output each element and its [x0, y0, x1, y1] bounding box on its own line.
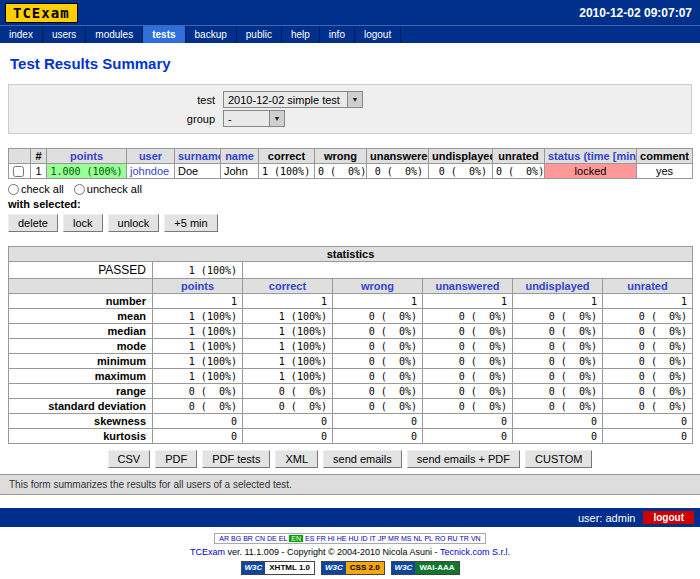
- column-header-points[interactable]: points: [47, 149, 127, 164]
- stat-row: median 1 (100%) 1 (100%) 0 ( 0%) 0 ( 0%)…: [9, 324, 693, 339]
- export-actions: CSV PDF PDF tests XML send emails send e…: [8, 450, 692, 468]
- language-link[interactable]: IT: [370, 535, 376, 542]
- add-5-min-button[interactable]: +5 min: [164, 214, 217, 232]
- group-select[interactable]: - ▼: [223, 110, 285, 127]
- result-user-link[interactable]: johndoe: [127, 164, 175, 179]
- uncheck-all-label: uncheck all: [87, 183, 142, 195]
- nav-item-help[interactable]: help: [282, 26, 320, 43]
- stat-row-label: mean: [9, 309, 153, 324]
- nav-item-tests[interactable]: tests: [143, 26, 185, 43]
- uncheck-all-radio[interactable]: [74, 184, 85, 195]
- check-all-option[interactable]: check all: [8, 183, 64, 195]
- stat-value-cell: 1: [603, 294, 693, 309]
- result-wrong-cell: 0 ( 0%): [315, 164, 367, 179]
- delete-button[interactable]: delete: [8, 214, 58, 232]
- language-link[interactable]: RO: [435, 535, 446, 542]
- stat-value-cell: 0 ( 0%): [513, 354, 603, 369]
- language-link[interactable]: AR: [219, 535, 229, 542]
- stat-value-cell: 0 ( 0%): [333, 399, 423, 414]
- lock-button[interactable]: lock: [63, 214, 103, 232]
- language-link[interactable]: ES: [305, 535, 314, 542]
- nav-item-users[interactable]: users: [43, 26, 86, 43]
- language-link[interactable]: MR: [388, 535, 399, 542]
- language-link[interactable]: BR: [243, 535, 253, 542]
- language-link[interactable]: HE: [337, 535, 347, 542]
- passed-empty-cell: [243, 262, 693, 279]
- language-link[interactable]: EL: [279, 535, 288, 542]
- w3c-wai-badge[interactable]: W3CWAI-AAA: [391, 561, 460, 575]
- language-link[interactable]: PL: [424, 535, 433, 542]
- language-link[interactable]: VN: [471, 535, 481, 542]
- pdf-button[interactable]: PDF: [155, 450, 197, 468]
- check-all-label: check all: [21, 183, 64, 195]
- select-column-header: [9, 149, 31, 164]
- badge-label: WAI-AAA: [415, 562, 458, 574]
- tecnick-link[interactable]: Tecnick.com S.r.l.: [440, 547, 510, 557]
- nav-item-index[interactable]: index: [0, 26, 43, 43]
- csv-button[interactable]: CSV: [108, 450, 151, 468]
- language-link[interactable]: HU: [349, 535, 359, 542]
- language-link[interactable]: ID: [361, 535, 368, 542]
- stat-value-cell: 0 ( 0%): [603, 369, 693, 384]
- logout-button[interactable]: logout: [643, 511, 694, 524]
- stat-row: mean 1 (100%) 1 (100%) 0 ( 0%) 0 ( 0%) 0…: [9, 309, 693, 324]
- stat-column-correct: correct: [243, 279, 333, 294]
- pdf-tests-button[interactable]: PDF tests: [202, 450, 270, 468]
- stat-value-cell: 0: [603, 429, 693, 444]
- result-surname-cell: Doe: [175, 164, 221, 179]
- language-link[interactable]: DE: [267, 535, 277, 542]
- check-all-radio[interactable]: [8, 184, 19, 195]
- stat-value-cell: 0 ( 0%): [423, 324, 513, 339]
- w3c-logo: W3C: [242, 562, 266, 574]
- uncheck-all-option[interactable]: uncheck all: [74, 183, 142, 195]
- language-link[interactable]: NL: [413, 535, 422, 542]
- stat-column-undisplayed: undisplayed: [513, 279, 603, 294]
- w3c-css-badge[interactable]: W3CCSS 2.0: [321, 561, 385, 575]
- stat-value-cell: 0: [153, 429, 243, 444]
- send-emails-pdf-button[interactable]: send emails + PDF: [407, 450, 520, 468]
- stat-value-cell: 0: [243, 414, 333, 429]
- test-select[interactable]: 2010-12-02 simple test ▼: [223, 91, 363, 108]
- nav-item-backup[interactable]: backup: [186, 26, 237, 43]
- language-link[interactable]: JP: [378, 535, 386, 542]
- tcexam-logo[interactable]: TCExam: [5, 3, 78, 23]
- nav-item-public[interactable]: public: [237, 26, 282, 43]
- nav-item-logout[interactable]: logout: [355, 26, 401, 43]
- stat-value-cell: 0: [513, 414, 603, 429]
- stat-value-cell: 0 ( 0%): [423, 309, 513, 324]
- select-result-checkbox[interactable]: [13, 166, 24, 177]
- group-select-label: group: [15, 113, 215, 125]
- column-header-user[interactable]: user: [127, 149, 175, 164]
- custom-button[interactable]: CUSTOM: [525, 450, 592, 468]
- language-link[interactable]: CN: [255, 535, 265, 542]
- language-link-current[interactable]: EN: [289, 535, 303, 542]
- stat-value-cell: 0: [603, 414, 693, 429]
- stat-value-cell: 0 ( 0%): [333, 384, 423, 399]
- stat-value-cell: 0 ( 0%): [333, 324, 423, 339]
- language-link[interactable]: TR: [460, 535, 469, 542]
- language-link[interactable]: MS: [401, 535, 412, 542]
- nav-item-info[interactable]: info: [320, 26, 355, 43]
- statistics-title-row: statistics: [9, 247, 693, 262]
- column-header-status[interactable]: status (time [min]): [545, 149, 637, 164]
- version-line: TCExam ver. 11.1.009 - Copyright © 2004-…: [0, 547, 700, 557]
- stat-corner-cell: [9, 279, 153, 294]
- send-emails-button[interactable]: send emails: [323, 450, 402, 468]
- language-link[interactable]: FR: [316, 535, 325, 542]
- language-link[interactable]: RU: [447, 535, 457, 542]
- column-header-name[interactable]: name: [221, 149, 259, 164]
- w3c-xhtml-badge[interactable]: W3CXHTML 1.0: [241, 561, 316, 575]
- language-link[interactable]: BG: [231, 535, 241, 542]
- nav-item-modules[interactable]: modules: [86, 26, 143, 43]
- xml-button[interactable]: XML: [275, 450, 318, 468]
- stat-row-label: standard deviation: [9, 399, 153, 414]
- stat-column-unanswered: unanswered: [423, 279, 513, 294]
- tcexam-link[interactable]: TCExam: [190, 547, 225, 557]
- stat-value-cell: 1: [513, 294, 603, 309]
- stat-value-cell: 1 (100%): [243, 369, 333, 384]
- unlock-button[interactable]: unlock: [108, 214, 160, 232]
- bottom-bar: user: admin logout: [0, 508, 700, 527]
- chevron-down-icon: ▼: [269, 111, 284, 126]
- language-link[interactable]: HI: [328, 535, 335, 542]
- column-header-surname[interactable]: surname: [175, 149, 221, 164]
